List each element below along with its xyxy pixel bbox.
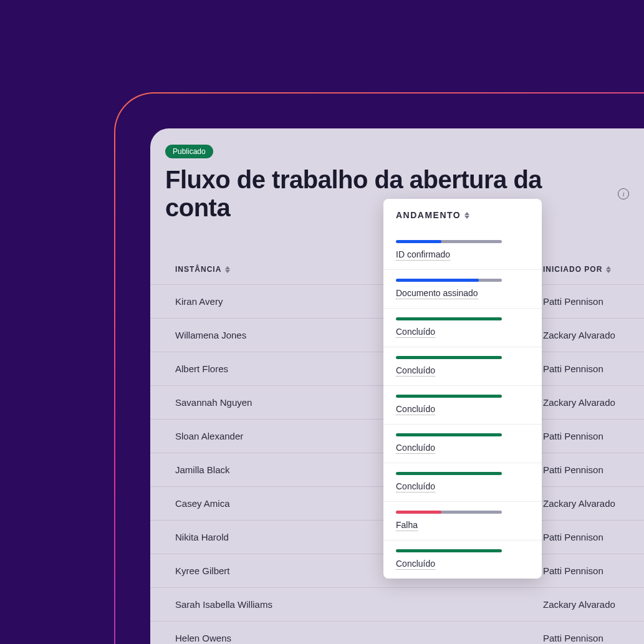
progress-bar-track bbox=[396, 279, 502, 282]
progress-status-text: Concluído bbox=[396, 481, 435, 493]
progress-bar-fill bbox=[396, 240, 441, 243]
progress-row[interactable]: Falha bbox=[383, 501, 542, 540]
sort-icon[interactable] bbox=[225, 266, 230, 273]
column-header-iniciado-por[interactable]: INICIADO POR bbox=[543, 265, 611, 274]
cell-iniciado-por: Patti Pennison bbox=[543, 363, 644, 374]
progress-bar-fill bbox=[396, 356, 502, 359]
progress-row[interactable]: Documento assinado bbox=[383, 269, 542, 308]
progress-bar-track bbox=[396, 317, 502, 320]
cell-iniciado-por: Patti Pennison bbox=[543, 296, 644, 307]
column-header-andamento[interactable]: ANDAMENTO bbox=[383, 199, 542, 231]
table-row[interactable]: Helen OwensPatti Pennison bbox=[150, 621, 644, 644]
progress-bar-track bbox=[396, 395, 502, 398]
cell-instancia: Helen Owens bbox=[150, 633, 543, 643]
column-header-instancia[interactable]: INSTÂNCIA bbox=[175, 265, 230, 274]
progress-status-text: Concluído bbox=[396, 404, 435, 415]
progress-bar-track bbox=[396, 511, 502, 514]
card: Publicado Fluxo de trabalho da abertura … bbox=[150, 128, 644, 644]
cell-iniciado-por: Zackary Alvarado bbox=[543, 498, 644, 509]
progress-status-text: Concluído bbox=[396, 443, 435, 454]
progress-bar-fill bbox=[396, 433, 502, 436]
info-icon[interactable]: i bbox=[618, 188, 629, 199]
cell-iniciado-por: Patti Pennison bbox=[543, 464, 644, 475]
progress-row[interactable]: Concluído bbox=[383, 540, 542, 579]
progress-bar-fill bbox=[396, 549, 502, 552]
cell-iniciado-por: Zackary Alvarado bbox=[543, 599, 644, 610]
progress-status-text: Concluído bbox=[396, 327, 435, 338]
cell-iniciado-por: Patti Pennison bbox=[543, 532, 644, 542]
progress-row[interactable]: Concluído bbox=[383, 463, 542, 501]
column-header-instancia-label: INSTÂNCIA bbox=[175, 265, 221, 274]
table-row[interactable]: Sarah Isabella WilliamsZackary Alvarado bbox=[150, 587, 644, 621]
cell-iniciado-por: Zackary Alvarado bbox=[543, 397, 644, 408]
progress-status-text: Concluído bbox=[396, 365, 435, 377]
cell-iniciado-por: Patti Pennison bbox=[543, 565, 644, 576]
column-header-andamento-label: ANDAMENTO bbox=[396, 210, 461, 220]
cell-iniciado-por: Zackary Alvarado bbox=[543, 330, 644, 340]
progress-bar-fill bbox=[396, 395, 502, 398]
progress-bar-track bbox=[396, 356, 502, 359]
cell-iniciado-por: Patti Pennison bbox=[543, 431, 644, 441]
progress-bar-fill bbox=[396, 317, 502, 320]
progress-panel: ANDAMENTO ID confirmadoDocumento assinad… bbox=[383, 199, 542, 579]
progress-row[interactable]: Concluído bbox=[383, 385, 542, 424]
progress-bar-fill bbox=[396, 279, 479, 282]
cell-iniciado-por: Patti Pennison bbox=[543, 633, 644, 643]
progress-status-text: Concluído bbox=[396, 559, 435, 570]
progress-row[interactable]: Concluído bbox=[383, 347, 542, 385]
sort-icon[interactable] bbox=[606, 266, 611, 273]
sort-icon[interactable] bbox=[464, 212, 469, 219]
progress-row[interactable]: ID confirmado bbox=[383, 231, 542, 269]
progress-bar-track bbox=[396, 433, 502, 436]
progress-bar-track bbox=[396, 472, 502, 475]
progress-row[interactable]: Concluído bbox=[383, 308, 542, 347]
progress-status-text: Falha bbox=[396, 520, 418, 531]
progress-bar-track bbox=[396, 549, 502, 552]
progress-bar-fill bbox=[396, 511, 441, 514]
progress-status-text: ID confirmado bbox=[396, 249, 450, 261]
progress-row[interactable]: Concluído bbox=[383, 424, 542, 463]
column-header-iniciado-label: INICIADO POR bbox=[543, 265, 602, 274]
progress-bar-fill bbox=[396, 472, 502, 475]
cell-instancia: Sarah Isabella Williams bbox=[150, 599, 543, 610]
progress-bar-track bbox=[396, 240, 502, 243]
status-badge: Publicado bbox=[165, 145, 213, 158]
progress-status-text: Documento assinado bbox=[396, 288, 478, 299]
